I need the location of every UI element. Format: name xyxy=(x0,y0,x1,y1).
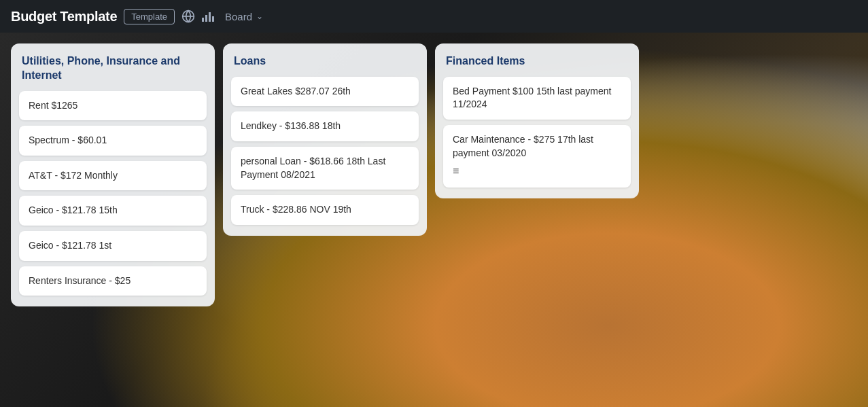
card-geico2[interactable]: Geico - $121.78 1st xyxy=(19,231,207,261)
board-button[interactable]: Board ⌄ xyxy=(221,8,267,25)
card-rent[interactable]: Rent $1265 xyxy=(19,91,207,121)
card-att[interactable]: AT&T - $172 Monthly xyxy=(19,161,207,191)
hamburger-icon: ≡ xyxy=(453,164,621,179)
board-label: Board xyxy=(225,11,252,22)
bar-chart-icon[interactable] xyxy=(202,11,214,22)
column-utilities-title: Utilities, Phone, Insurance and Internet xyxy=(19,54,207,83)
column-financed-title: Financed Items xyxy=(443,54,631,69)
card-bed[interactable]: Bed Payment $100 15th last payment 11/20… xyxy=(443,77,631,120)
card-geico1[interactable]: Geico - $121.78 15th xyxy=(19,196,207,226)
globe-icon[interactable] xyxy=(181,10,195,23)
page-title: Budget Template xyxy=(11,9,117,24)
card-lendkey[interactable]: Lendkey - $136.88 18th xyxy=(231,111,419,141)
template-badge-button[interactable]: Template xyxy=(124,9,175,24)
card-car[interactable]: Car Maintenance - $275 17th last payment… xyxy=(443,125,631,188)
column-loans: Loans Great Lakes $287.07 26th Lendkey -… xyxy=(223,43,427,236)
card-greatlakes[interactable]: Great Lakes $287.07 26th xyxy=(231,77,419,107)
column-utilities: Utilities, Phone, Insurance and Internet… xyxy=(11,43,215,306)
column-financed: Financed Items Bed Payment $100 15th las… xyxy=(435,43,639,198)
card-personalloan[interactable]: personal Loan - $618.66 18th Last Paymen… xyxy=(231,147,419,190)
app-header: Budget Template Template Board ⌄ xyxy=(0,0,868,33)
column-loans-title: Loans xyxy=(231,54,419,69)
card-spectrum[interactable]: Spectrum - $60.01 xyxy=(19,126,207,156)
board-area: Utilities, Phone, Insurance and Internet… xyxy=(0,33,868,407)
card-renters[interactable]: Renters Insurance - $25 xyxy=(19,266,207,296)
card-truck[interactable]: Truck - $228.86 NOV 19th xyxy=(231,195,419,225)
chevron-down-icon: ⌄ xyxy=(256,12,263,21)
